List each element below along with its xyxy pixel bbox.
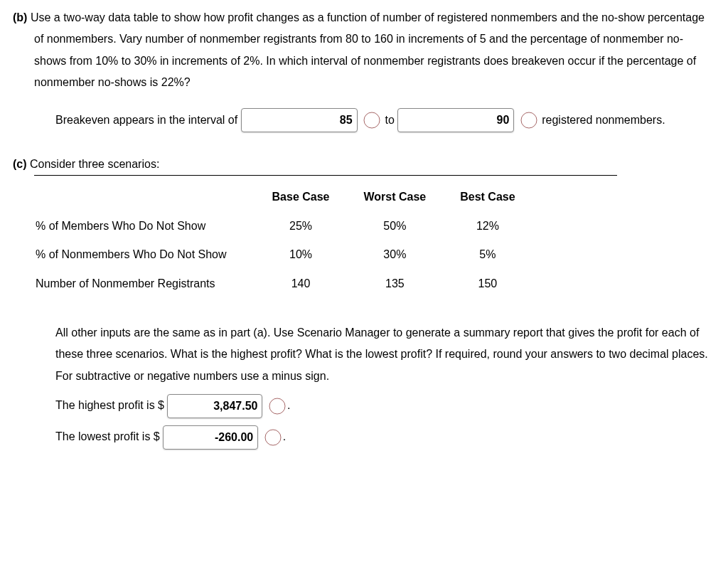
breakeven-upper-input[interactable] — [397, 108, 514, 132]
row-label: % of Nonmembers Who Do Not Show — [34, 240, 255, 269]
scenario-table: Base Case Worst Case Best Case % of Memb… — [34, 183, 532, 298]
row-label: % of Members Who Do Not Show — [34, 212, 255, 240]
cell: 50% — [347, 212, 444, 240]
cell: 10% — [255, 240, 347, 269]
wrong-icon — [363, 112, 380, 129]
col-best: Best Case — [443, 183, 532, 211]
wrong-icon — [264, 429, 282, 446]
highest-profit-line: The highest profit is $ . — [34, 394, 715, 418]
part-c-label: (c) — [13, 158, 27, 170]
breakeven-answer-line: Breakeven appears in the interval of to … — [34, 107, 715, 134]
cell: 135 — [347, 270, 444, 298]
lowest-profit-line: The lowest profit is $ . — [34, 425, 715, 450]
cell: 150 — [443, 270, 532, 298]
period: . — [283, 430, 286, 442]
table-header-row: Base Case Worst Case Best Case — [34, 183, 532, 211]
cell: 5% — [443, 240, 532, 269]
part-b-prompt: Use a two-way data table to show how pro… — [31, 11, 705, 88]
col-base: Base Case — [255, 183, 347, 211]
part-b: (b) Use a two-way data table to show how… — [13, 7, 715, 134]
breakeven-pre: Breakeven appears in the interval of — [55, 114, 237, 126]
period: . — [287, 399, 290, 411]
cell: 140 — [255, 270, 347, 298]
table-top-rule — [34, 175, 617, 176]
highest-profit-input[interactable] — [167, 394, 262, 418]
breakeven-lower-input[interactable] — [241, 108, 358, 132]
table-row: % of Members Who Do Not Show 25% 50% 12% — [34, 212, 532, 240]
row-label: Number of Nonmember Registrants — [34, 270, 255, 298]
wrong-icon — [520, 112, 537, 129]
cell: 12% — [443, 212, 532, 240]
cell: 30% — [347, 240, 444, 269]
table-row: % of Nonmembers Who Do Not Show 10% 30% … — [34, 240, 532, 269]
breakeven-post: registered nonmembers. — [542, 114, 665, 126]
part-b-label: (b) — [13, 11, 27, 23]
part-c-post: All other inputs are the same as in part… — [34, 322, 715, 387]
table-row: Number of Nonmember Registrants 140 135 … — [34, 270, 532, 298]
part-c-intro: Consider three scenarios: — [30, 158, 159, 170]
lowest-profit-input[interactable] — [163, 425, 258, 450]
wrong-icon — [269, 398, 286, 415]
highest-pre: The highest profit is $ — [55, 399, 164, 411]
to-label: to — [385, 114, 395, 126]
lowest-pre: The lowest profit is $ — [55, 430, 160, 442]
cell: 25% — [255, 212, 347, 240]
col-worst: Worst Case — [347, 183, 444, 211]
part-c: (c) Consider three scenarios: Base Case … — [13, 154, 715, 450]
col-blank — [34, 183, 255, 211]
